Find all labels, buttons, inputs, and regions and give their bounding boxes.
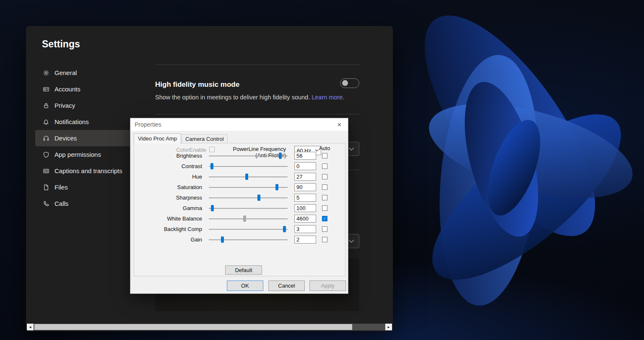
backlight-comp-label: Backlight Comp: [134, 226, 202, 232]
music-mode-title: High fidelity music mode: [155, 80, 239, 89]
sidebar-item-privacy[interactable]: Privacy: [35, 97, 141, 114]
chevron-down-icon: [349, 240, 354, 243]
slider-track: [209, 197, 288, 198]
gain-slider[interactable]: [209, 236, 288, 243]
wallpaper-bloom: [351, 0, 644, 340]
brightness-slider[interactable]: [209, 153, 288, 159]
scroll-right-arrow[interactable]: ►: [385, 324, 392, 330]
saturation-value-input[interactable]: [294, 183, 316, 191]
sidebar-item-label: Notifications: [55, 118, 89, 125]
sidebar-item-calls[interactable]: Calls: [35, 195, 141, 212]
video-proc-amp-page: Auto BrightnessContrastHueSaturationShar…: [134, 143, 345, 276]
default-button[interactable]: Default: [225, 265, 262, 275]
sharpness-value-input[interactable]: [294, 194, 316, 202]
slider-track: [209, 229, 288, 230]
white-balance-label: White Balance: [134, 215, 202, 222]
sidebar-item-label: Captions and transcripts: [55, 167, 122, 174]
learn-more-link[interactable]: Learn more.: [312, 94, 344, 101]
white-balance-slider[interactable]: [209, 215, 288, 222]
backlight-comp-row: Backlight Comp: [134, 224, 345, 234]
dialog-titlebar[interactable]: Properties ✕: [130, 118, 348, 131]
sidebar-item-label: Devices: [55, 135, 77, 142]
scrollbar-track[interactable]: [34, 324, 385, 330]
slider-thumb[interactable]: [283, 226, 286, 232]
contrast-row: Contrast: [134, 161, 345, 171]
sidebar-item-app-permissions[interactable]: App permissions: [35, 146, 141, 163]
toggle-knob: [342, 80, 348, 86]
sidebar-item-notifications[interactable]: Notifications: [35, 114, 141, 130]
saturation-slider[interactable]: [209, 184, 288, 191]
gamma-value-input[interactable]: [294, 204, 316, 212]
chevron-down-icon: [349, 148, 354, 151]
sidebar-item-label: App permissions: [55, 151, 101, 158]
slider-thumb[interactable]: [275, 184, 278, 190]
gear-icon: [43, 70, 49, 76]
brightness-auto-checkbox[interactable]: [322, 153, 327, 158]
saturation-auto-checkbox[interactable]: [322, 184, 327, 190]
sidebar-item-general[interactable]: General: [35, 65, 141, 81]
music-mode-toggle[interactable]: [340, 78, 359, 88]
gamma-slider[interactable]: [209, 205, 288, 212]
sidebar-item-label: Accounts: [55, 86, 80, 93]
tab-camera-control[interactable]: Camera Control: [182, 134, 228, 144]
scrollbar-thumb[interactable]: [34, 324, 352, 330]
slider-thumb[interactable]: [221, 236, 224, 243]
hue-row: Hue: [134, 171, 345, 182]
gain-auto-checkbox[interactable]: [322, 237, 327, 242]
hue-value-input[interactable]: [294, 173, 316, 181]
slider-track: [209, 166, 288, 167]
settings-sidebar: GeneralAccountsPrivacyNotificationsDevic…: [35, 65, 141, 212]
sidebar-item-label: Calls: [55, 200, 68, 207]
gain-label: Gain: [134, 236, 202, 243]
properties-dialog: Properties ✕ Video Proc Amp Camera Contr…: [130, 118, 348, 294]
hue-slider[interactable]: [209, 174, 288, 180]
captions-icon: [43, 168, 49, 174]
backlight-comp-auto-checkbox[interactable]: [322, 226, 327, 232]
file-icon: [43, 184, 49, 191]
slider-track: [209, 156, 288, 156]
sharpness-slider[interactable]: [209, 195, 288, 201]
sharpness-label: Sharpness: [134, 195, 202, 201]
slider-thumb[interactable]: [257, 195, 260, 201]
scroll-left-arrow[interactable]: ◄: [27, 324, 34, 330]
contrast-auto-checkbox[interactable]: [322, 164, 327, 169]
phone-icon: [43, 200, 49, 207]
contrast-slider[interactable]: [209, 163, 288, 170]
slider-thumb[interactable]: [211, 205, 214, 211]
sidebar-item-files[interactable]: Files: [35, 179, 141, 195]
sidebar-item-label: General: [55, 69, 77, 76]
white-balance-row: White Balance✓: [134, 213, 345, 224]
white-balance-value-input[interactable]: [294, 215, 316, 223]
tab-video-proc-amp[interactable]: Video Proc Amp: [134, 133, 181, 144]
saturation-label: Saturation: [134, 184, 202, 190]
slider-track: [209, 176, 288, 177]
horizontal-scrollbar: ◄ ►: [27, 324, 392, 330]
slider-thumb[interactable]: [210, 163, 213, 169]
slider-thumb[interactable]: [243, 215, 246, 222]
contrast-value-input[interactable]: [294, 162, 316, 170]
ok-button[interactable]: OK: [227, 280, 263, 291]
gain-row: Gain: [134, 234, 345, 245]
cancel-button[interactable]: Cancel: [268, 280, 305, 291]
sharpness-row: Sharpness: [134, 192, 345, 203]
sharpness-auto-checkbox[interactable]: [322, 195, 327, 200]
sidebar-item-accounts[interactable]: Accounts: [35, 81, 141, 97]
right-arrow-icon: ►: [387, 325, 390, 329]
backlight-comp-slider[interactable]: [209, 226, 288, 233]
slider-thumb[interactable]: [245, 174, 248, 180]
contrast-label: Contrast: [134, 163, 202, 169]
slider-thumb[interactable]: [279, 153, 282, 159]
sidebar-item-devices[interactable]: Devices: [35, 130, 141, 146]
white-balance-auto-checkbox[interactable]: ✓: [322, 216, 327, 221]
hue-auto-checkbox[interactable]: [322, 174, 327, 179]
gain-value-input[interactable]: [294, 236, 316, 244]
slider-track: [209, 218, 288, 219]
lock-icon: [43, 102, 49, 109]
brightness-value-input[interactable]: [294, 152, 316, 160]
gamma-auto-checkbox[interactable]: [322, 205, 327, 211]
sidebar-item-captions-and-transcripts[interactable]: Captions and transcripts: [35, 163, 141, 179]
apply-button[interactable]: Apply: [309, 280, 346, 291]
close-icon[interactable]: ✕: [335, 121, 344, 129]
slider-rows: BrightnessContrastHueSaturationSharpness…: [134, 151, 345, 245]
backlight-comp-value-input[interactable]: [294, 225, 316, 233]
